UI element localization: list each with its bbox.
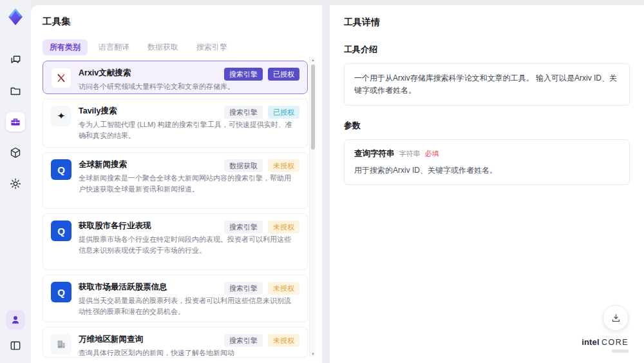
tool-card-sector-performance[interactable]: Q 获取股市各行业表现 提供股票市场各个行业在特定时间段内的表现。投资者可以利用… — [43, 213, 308, 270]
tab-data-fetch[interactable]: 数据获取 — [140, 39, 185, 55]
download-button[interactable] — [603, 305, 629, 331]
category-badge: 搜索引擎 — [224, 282, 263, 295]
intel-text: intel — [582, 337, 600, 347]
tool-card-global-news[interactable]: Q 全球新闻搜索 全球新闻搜索是一个聚合全球各大新闻网站内容的搜索引擎，帮助用户… — [43, 152, 308, 209]
tool-description: 专为人工智能代理 (LLM) 构建的搜索引擎工具，可快速提供实时、准确和真实的结… — [79, 119, 299, 141]
intel-core-sub-mark — [612, 349, 629, 353]
scrollbar-thumb[interactable] — [311, 64, 315, 150]
auth-status-badge: 未授权 — [268, 334, 299, 347]
tab-all-categories[interactable]: 所有类别 — [43, 39, 88, 55]
param-name: 查询字符串 — [354, 148, 395, 159]
params-heading: 参数 — [344, 120, 630, 132]
toolbox-icon[interactable] — [6, 112, 25, 132]
tool-description: 提供股票市场各个行业在特定时间段内的表现。投资者可以利用这些信息来识别表现优于或… — [79, 234, 299, 256]
category-badge: 搜索引擎 — [224, 68, 263, 81]
page-title: 工具集 — [43, 15, 322, 28]
panel-toggle-icon[interactable] — [6, 336, 25, 355]
tab-language-translation[interactable]: 语言翻译 — [91, 39, 137, 55]
tool-detail-panel: 工具详情 工具介绍 一个用于从Arxiv存储库搜索科学论文和文章的工具。 输入可… — [330, 5, 644, 363]
auth-status-badge: 未授权 — [268, 221, 299, 233]
scroll-up-arrow-icon[interactable]: ▲ — [310, 57, 316, 63]
star-icon: ✦ — [51, 106, 71, 126]
auth-status-badge: 已授权 — [268, 106, 299, 119]
tool-card-most-active-stocks[interactable]: Q 获取市场最活跃股票信息 提供当天交易量最高的股票列表，投资者可以利用这些信息… — [43, 275, 308, 322]
tool-card-arxiv[interactable]: Arxiv文献搜索 访问各个研究领域大量科学论文和文章的存储库。 搜索引擎 已授… — [43, 61, 308, 94]
tool-description: 访问各个研究领域大量科学论文和文章的存储库。 — [79, 81, 299, 92]
core-text: CORE — [601, 338, 629, 347]
tool-description: 全球新闻搜索是一个聚合全球各大新闻网站内容的搜索引擎，帮助用户快速获取全球最新资… — [79, 173, 299, 195]
category-badge: 搜索引擎 — [224, 221, 263, 233]
arxiv-logo-icon — [51, 68, 71, 88]
sidebar-rail — [0, 0, 31, 363]
param-box: 查询字符串 字符串 必填 用于搜索的Arxiv ID、关键字或作者姓名。 — [344, 139, 630, 185]
auth-status-badge: 已授权 — [268, 68, 299, 81]
chat-icon[interactable] — [6, 50, 25, 70]
param-description: 用于搜索的Arxiv ID、关键字或作者姓名。 — [354, 165, 620, 176]
intro-text: 一个用于从Arxiv存储库搜索科学论文和文章的工具。 输入可以是Arxiv ID… — [354, 72, 620, 97]
tool-description: 查询具体行政区划内的新闻，快速了解各地新闻动 — [79, 348, 299, 358]
cube-icon[interactable] — [6, 143, 25, 162]
intel-core-logo: intelCORE — [582, 337, 629, 353]
tool-list-panel: 工具集 所有类别 语言翻译 数据获取 搜索引擎 Arxiv文献搜索 访问各个研究… — [31, 5, 322, 363]
tool-card-tavily[interactable]: ✦ Tavily搜索 专为人工智能代理 (LLM) 构建的搜索引擎工具，可快速提… — [43, 99, 308, 148]
folder-icon[interactable] — [6, 81, 25, 101]
user-icon[interactable] — [6, 310, 25, 329]
tool-list: Arxiv文献搜索 访问各个研究领域大量科学论文和文章的存储库。 搜索引擎 已授… — [43, 61, 308, 358]
news-app-icon: Q — [51, 159, 71, 180]
news-app-icon: Q — [51, 282, 71, 302]
auth-status-badge: 未授权 — [268, 159, 299, 172]
tab-search-engine[interactable]: 搜索引擎 — [189, 39, 234, 55]
tool-description: 提供当天交易量最高的股票列表，投资者可以利用这些信息来识别流动性强的股票和潜在的… — [79, 295, 299, 317]
intro-heading: 工具介绍 — [344, 44, 630, 55]
category-tabs: 所有类别 语言翻译 数据获取 搜索引擎 — [43, 39, 322, 55]
param-required-flag: 必填 — [425, 149, 439, 159]
list-scrollbar[interactable]: ▲ ▼ — [309, 57, 316, 357]
detail-title: 工具详情 — [344, 17, 630, 28]
tool-card-regional-news[interactable]: 万维地区新闻查询 查询具体行政区划内的新闻，快速了解各地新闻动 搜索引擎 未授权 — [43, 327, 308, 358]
category-badge: 搜索引擎 — [224, 106, 263, 119]
intro-box: 一个用于从Arxiv存储库搜索科学论文和文章的工具。 输入可以是Arxiv ID… — [344, 63, 630, 106]
param-type: 字符串 — [399, 149, 421, 159]
settings-gear-icon[interactable] — [6, 174, 25, 193]
category-badge: 数据获取 — [224, 159, 263, 172]
sidebar-nav — [6, 50, 25, 193]
category-badge: 搜索引擎 — [224, 334, 263, 347]
news-app-icon: Q — [51, 221, 71, 241]
scroll-down-arrow-icon[interactable]: ▼ — [310, 351, 316, 357]
auth-status-badge: 未授权 — [268, 282, 299, 295]
building-icon — [51, 334, 71, 355]
app-logo-icon — [6, 8, 24, 26]
